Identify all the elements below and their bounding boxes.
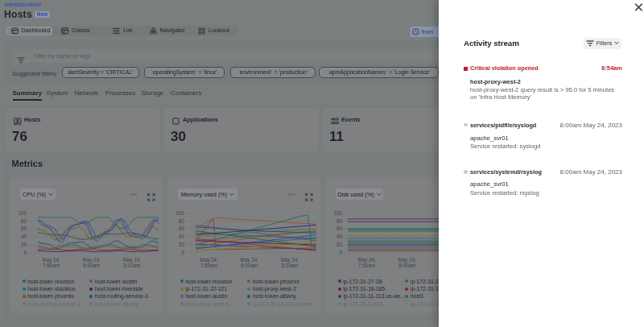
svg-text:20: 20	[336, 242, 343, 247]
svg-text:40: 40	[21, 234, 27, 239]
svg-text:8:00am: 8:00am	[83, 263, 100, 268]
svg-text:100: 100	[175, 210, 184, 216]
svg-text:8:10am: 8:10am	[123, 263, 140, 268]
svg-text:40: 40	[179, 234, 185, 239]
svg-text:80: 80	[179, 218, 185, 224]
svg-text:0: 0	[339, 250, 342, 255]
svg-text:8:10am: 8:10am	[281, 263, 298, 268]
svg-text:60: 60	[179, 226, 185, 231]
svg-text:8:00am: 8:00am	[241, 263, 258, 268]
svg-text:100: 100	[333, 210, 342, 216]
svg-text:7:50am: 7:50am	[200, 263, 217, 268]
svg-text:80: 80	[336, 218, 343, 224]
svg-text:100: 100	[18, 210, 27, 216]
svg-text:60: 60	[336, 226, 343, 231]
svg-text:8:00am: 8:00am	[398, 263, 415, 268]
svg-text:7:50am: 7:50am	[43, 263, 60, 268]
svg-text:20: 20	[179, 242, 185, 247]
svg-text:60: 60	[21, 226, 27, 231]
svg-text:40: 40	[336, 234, 343, 239]
svg-text:7:50am: 7:50am	[358, 263, 375, 268]
svg-text:80: 80	[21, 218, 27, 224]
svg-text:20: 20	[21, 242, 27, 247]
svg-text:0: 0	[23, 250, 27, 255]
svg-text:0: 0	[181, 250, 184, 255]
